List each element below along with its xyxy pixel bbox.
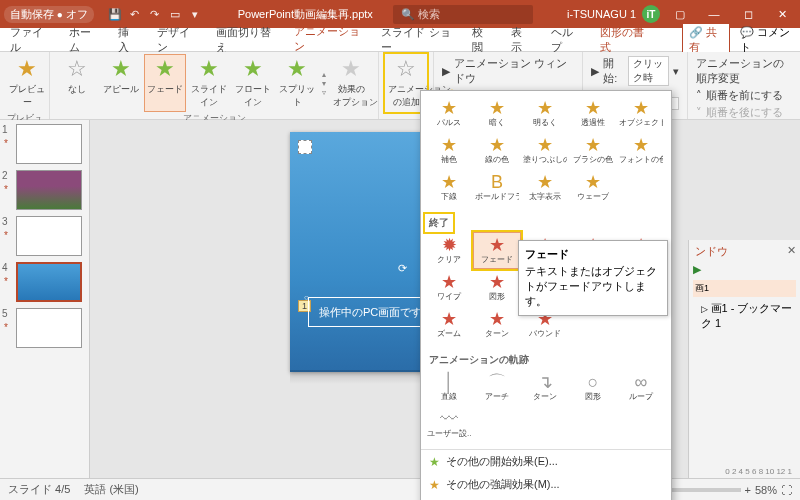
gitem-custom-path[interactable]: 〰ユーザー設...: [425, 406, 473, 443]
animation-pane-title: ンドウ: [693, 243, 730, 259]
motion-header: アニメーションの軌跡: [425, 351, 667, 369]
slide-counter[interactable]: スライド 4/5: [8, 482, 70, 497]
workspace: 1* 2* 3* 4* 5* ポイント 立ち上がる 録画されて レーザーポ スラ…: [0, 120, 800, 478]
more-emphasis[interactable]: ★その他の強調効果(M)...: [421, 473, 671, 496]
status-bar: スライド 4/5 英語 (米国) ≡ ▦ ▤ ▭ ▣ − + 58% ⛶: [0, 478, 800, 500]
maximize-icon[interactable]: ◻: [734, 8, 762, 21]
gitem-bold-flash[interactable]: Bボールドフラ...: [473, 169, 521, 206]
start-label: 開始:: [603, 56, 624, 86]
anim-none[interactable]: ☆なし: [56, 54, 98, 112]
gitem-wave[interactable]: ★ウェーブ: [569, 169, 617, 206]
minimize-icon[interactable]: —: [700, 8, 728, 20]
effect-options[interactable]: ★効果の オプション: [330, 54, 372, 112]
close-icon[interactable]: ✕: [768, 8, 796, 21]
anim-split[interactable]: ★スプリット: [276, 54, 318, 112]
gitem-wipe-exit[interactable]: ★ワイプ: [425, 269, 473, 306]
gitem-bold-reveal[interactable]: ★太字表示: [521, 169, 569, 206]
gitem-shape-exit[interactable]: ★図形: [473, 269, 521, 306]
gitem-complementary[interactable]: ★補色: [425, 132, 473, 169]
tooltip-body: テキストまたはオブジェクトがフェードアウトします。: [525, 264, 661, 309]
gitem-line-color[interactable]: ★線の色: [473, 132, 521, 169]
tooltip-title: フェード: [525, 247, 661, 262]
play-from-button[interactable]: ▶: [693, 263, 796, 276]
start-slideshow-icon[interactable]: ▭: [166, 5, 184, 23]
move-earlier[interactable]: ˄ 順番を前にする: [696, 88, 792, 103]
thumb-1[interactable]: 1*: [4, 124, 85, 164]
thumb-4[interactable]: 4*: [4, 262, 85, 302]
gitem-clear[interactable]: ✹クリア: [425, 232, 473, 269]
gitem-zoom-exit[interactable]: ★ズーム: [425, 306, 473, 343]
anim-fade[interactable]: ★フェード: [144, 54, 186, 112]
start-dropdown[interactable]: クリック時: [628, 56, 669, 86]
redo-icon[interactable]: ↷: [146, 5, 164, 23]
thumb-5[interactable]: 5*: [4, 308, 85, 348]
more-entrance[interactable]: ★その他の開始効果(E)...: [421, 450, 671, 473]
gitem-underline[interactable]: ★下線: [425, 169, 473, 206]
timeline-ruler: 0 2 4 5 6 8 10 12 1: [725, 467, 792, 476]
fit-to-window-icon[interactable]: ⛶: [781, 484, 792, 496]
ribbon-tabs: ファイル ホーム 挿入 デザイン 画面切り替え アニメーション スライド ショー…: [0, 28, 800, 52]
placeholder-icon[interactable]: [298, 140, 312, 154]
gitem-shape-motion[interactable]: ○図形: [569, 369, 617, 406]
gitem-fade-exit[interactable]: ★フェード: [473, 232, 521, 269]
anim-entry-2[interactable]: ▷ 画1 - ブックマーク 1: [693, 299, 796, 333]
anim-entry-1[interactable]: 画1: [693, 280, 796, 297]
tooltip: フェード テキストまたはオブジェクトがフェードアウトします。: [518, 240, 668, 316]
account-name[interactable]: i-TSUNAGU 1: [567, 8, 636, 20]
anim-appear[interactable]: ★アピール: [100, 54, 142, 112]
emphasis-grid: ★パルス ★暗く ★明るく ★透過性 ★オブジェクト... ★補色 ★線の色 ★…: [425, 95, 667, 206]
zoom-slider[interactable]: [671, 488, 741, 492]
gitem-font-color[interactable]: ★フォントの色: [617, 132, 665, 169]
save-icon[interactable]: 💾: [106, 5, 124, 23]
gitem-fill-color[interactable]: ★塗りつぶしの色: [521, 132, 569, 169]
gitem-brush-color[interactable]: ★ブラシの色: [569, 132, 617, 169]
anim-gallery-more[interactable]: ▴▾▿: [320, 54, 328, 112]
motion-grid: │直線 ⌒アーチ ↴ターン ○図形 ∞ループ 〰ユーザー設...: [425, 369, 667, 443]
more-exit[interactable]: ★その他の終了効果(X)...: [421, 496, 671, 500]
gitem-arc[interactable]: ⌒アーチ: [473, 369, 521, 406]
undo-icon[interactable]: ↶: [126, 5, 144, 23]
exit-header: 終了: [425, 214, 453, 232]
zoom-in[interactable]: +: [745, 484, 751, 496]
anim-slidein[interactable]: ★スライドイン: [188, 54, 230, 112]
thumb-3[interactable]: 3*: [4, 216, 85, 256]
gitem-loop[interactable]: ∞ループ: [617, 369, 665, 406]
anim-floatin[interactable]: ★フロートイン: [232, 54, 274, 112]
zoom-percent[interactable]: 58%: [755, 484, 777, 496]
qat-dropdown-icon[interactable]: ▾: [186, 5, 204, 23]
ribbon: ★ プレビュー プレビュー ☆なし ★アピール ★フェード ★スライドイン ★フ…: [0, 52, 800, 120]
gitem-object-color[interactable]: ★オブジェクト...: [617, 95, 665, 132]
rotate-handle-icon[interactable]: ⟳: [398, 262, 407, 275]
preview-button[interactable]: ★ プレビュー: [6, 54, 48, 112]
language-indicator[interactable]: 英語 (米国): [84, 482, 138, 497]
thumb-2[interactable]: 2*: [4, 170, 85, 210]
gitem-turn-motion[interactable]: ↴ターン: [521, 369, 569, 406]
reorder-label: アニメーションの順序変更: [696, 56, 792, 86]
ribbon-options-icon[interactable]: ▢: [666, 8, 694, 21]
move-later: ˅ 順番を後にする: [696, 105, 792, 120]
gitem-pulse[interactable]: ★パルス: [425, 95, 473, 132]
gitem-darken[interactable]: ★暗く: [473, 95, 521, 132]
gitem-transparency[interactable]: ★透過性: [569, 95, 617, 132]
gitem-turn-exit[interactable]: ★ターン: [473, 306, 521, 343]
animation-pane-button[interactable]: ▶ アニメーション ウィンドウ: [442, 56, 574, 86]
gitem-line[interactable]: │直線: [425, 369, 473, 406]
gitem-lighten[interactable]: ★明るく: [521, 95, 569, 132]
slide-thumbnails: 1* 2* 3* 4* 5*: [0, 120, 90, 478]
animation-pane: ンドウ✕ ▶ 画1 ▷ 画1 - ブックマーク 1: [688, 240, 800, 500]
pane-close-icon[interactable]: ✕: [787, 244, 796, 257]
